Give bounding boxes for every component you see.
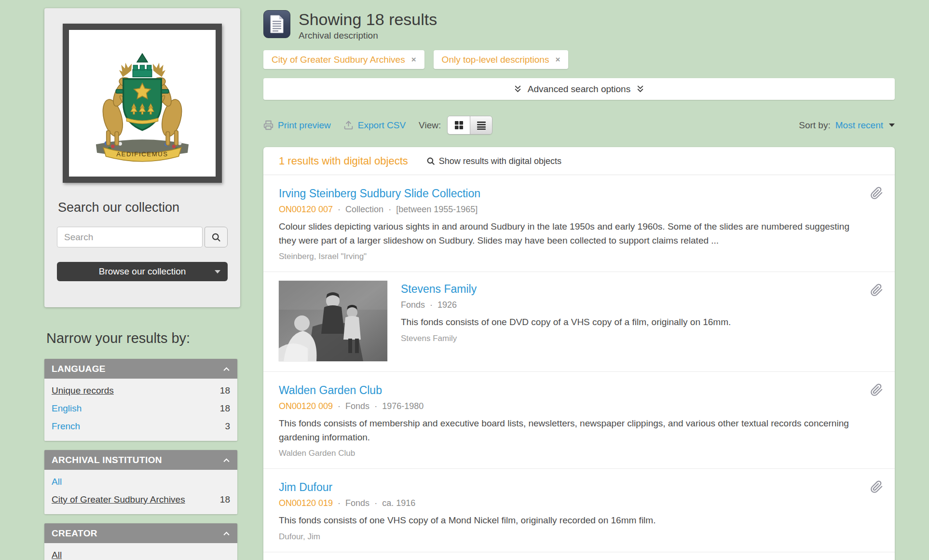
result-item-denis-landry: Denis Landry ON00120 008Fonds194- - 2001… — [263, 552, 895, 560]
facet-count: 18 — [220, 494, 230, 505]
filter-tag-label: City of Greater Sudbury Archives — [272, 55, 405, 65]
level-of-description: Fonds — [401, 300, 425, 310]
archival-description-icon — [263, 10, 290, 38]
digital-objects-header: 1 results with digital objects Show resu… — [263, 147, 895, 175]
search-icon — [426, 157, 435, 165]
result-creator: Steinberg, Israel "Irving" — [279, 252, 851, 261]
remove-filter-icon[interactable] — [411, 55, 416, 64]
facet-link[interactable]: Unique records — [52, 385, 114, 396]
facet-item-unique-records: Unique records 18 — [52, 382, 230, 399]
facet-item-all-creators: All — [52, 546, 230, 560]
view-toggle-group — [447, 116, 492, 135]
print-preview-link[interactable]: Print preview — [263, 120, 331, 131]
digital-objects-count: 1 results with digital objects — [279, 155, 408, 167]
facet-body: Unique records 18 English 18 French 3 — [44, 379, 237, 441]
facet-link[interactable]: All — [52, 477, 62, 487]
search-icon — [211, 232, 221, 242]
double-chevron-down-icon — [514, 85, 521, 93]
facet-item-french: French 3 — [52, 417, 230, 435]
coat-of-arms-image: AEDIFICEMUS — [74, 35, 211, 172]
result-meta: ON00120 019Fondsca. 1916 — [279, 498, 851, 508]
chevron-up-icon — [223, 367, 230, 371]
narrow-results-heading: Narrow your results by: — [46, 330, 240, 346]
facet-link[interactable]: French — [52, 421, 80, 432]
facet-count: 3 — [225, 421, 230, 432]
result-date: [between 1955-1965] — [383, 205, 478, 214]
result-description: This fonds consists of membership and ex… — [279, 417, 851, 444]
result-item-walden-garden-club: Walden Garden Club ON00120 009Fonds1976-… — [263, 371, 895, 468]
facet-item-sudbury-archives: City of Greater Sudbury Archives 18 — [52, 491, 230, 508]
remove-filter-icon[interactable] — [555, 55, 560, 64]
facet-archival-institution-header[interactable]: ARCHIVAL INSTITUTION — [44, 450, 237, 470]
printer-icon — [263, 120, 273, 130]
facet-link[interactable]: City of Greater Sudbury Archives — [52, 494, 185, 505]
advanced-search-toggle[interactable]: Advanced search options — [263, 78, 895, 100]
filter-tag-institution: City of Greater Sudbury Archives — [263, 50, 424, 69]
page-subtitle: Archival description — [299, 30, 437, 41]
facet-archival-institution: ARCHIVAL INSTITUTION All City of Greater… — [44, 450, 237, 514]
result-meta: ON00120 007Collection[between 1955-1965] — [279, 205, 851, 215]
result-description: This fonds consists of one VHS copy of a… — [279, 514, 851, 528]
result-meta: Fonds1926 — [401, 300, 851, 310]
facet-language-header[interactable]: LANGUAGE — [44, 359, 237, 379]
browse-collection-label: Browse our collection — [99, 266, 186, 276]
paperclip-icon — [870, 480, 883, 493]
result-title-link[interactable]: Irving Steinberg Sudbury Slide Collectio… — [279, 187, 480, 200]
page-title: Showing 18 results — [299, 10, 437, 29]
print-preview-label: Print preview — [278, 120, 331, 131]
coat-of-arms-frame: AEDIFICEMUS — [63, 24, 222, 183]
search-row — [57, 227, 228, 247]
reference-code: ON00120 019 — [279, 498, 333, 508]
document-icon — [269, 14, 285, 34]
facet-count: 18 — [220, 403, 230, 414]
result-item-irving-steinberg: Irving Steinberg Sudbury Slide Collectio… — [263, 175, 895, 272]
grid-view-icon — [454, 121, 464, 130]
result-description: Colour slides depicting various sights i… — [279, 220, 851, 247]
facet-item-all-institutions: All — [52, 473, 230, 491]
sort-value-dropdown[interactable]: Most recent — [835, 120, 883, 131]
level-of-description: Collection — [333, 205, 383, 214]
facet-count: 18 — [220, 385, 230, 396]
sidebar: AEDIFICEMUS Search our collection Browse… — [44, 8, 240, 560]
result-title-link[interactable]: Walden Garden Club — [279, 384, 382, 397]
paperclip-icon — [870, 383, 883, 396]
double-chevron-down-icon — [637, 85, 644, 93]
result-date: 1976-1980 — [369, 401, 424, 411]
facet-title: LANGUAGE — [52, 364, 106, 374]
search-collection-heading: Search our collection — [57, 200, 228, 215]
facet-link[interactable]: English — [52, 403, 82, 414]
results-panel: 1 results with digital objects Show resu… — [263, 147, 895, 560]
list-view-icon — [477, 121, 486, 130]
paperclip-icon — [870, 284, 883, 297]
export-csv-link[interactable]: Export CSV — [343, 120, 406, 131]
sort-area: Sort by: Most recent — [799, 120, 895, 131]
chevron-up-icon — [223, 531, 230, 536]
reference-code: ON00120 007 — [279, 205, 333, 214]
result-thumbnail[interactable] — [279, 281, 387, 361]
export-icon — [343, 120, 354, 130]
result-item-jim-dufour: Jim Dufour ON00120 019Fondsca. 1916 This… — [263, 468, 895, 552]
result-title-link[interactable]: Jim Dufour — [279, 481, 332, 494]
page: AEDIFICEMUS Search our collection Browse… — [0, 0, 929, 560]
sort-by-label: Sort by: — [799, 120, 830, 131]
card-view-button[interactable] — [448, 116, 470, 134]
facet-body: All Chelmsford Women's Institute 1 — [44, 543, 237, 560]
result-content: Stevens Family Fonds1926 This fonds cons… — [401, 281, 851, 361]
reference-code: ON00120 009 — [279, 401, 333, 411]
facet-title: CREATOR — [52, 528, 97, 539]
results-header: Showing 18 results Archival description — [263, 10, 895, 41]
result-creator: Dufour, Jim — [279, 532, 851, 542]
level-of-description: Fonds — [333, 401, 369, 411]
list-view-button[interactable] — [470, 116, 492, 134]
search-submit-button[interactable] — [205, 227, 228, 247]
caret-down-icon[interactable] — [889, 123, 895, 127]
browse-collection-button[interactable]: Browse our collection — [57, 262, 228, 281]
facet-link[interactable]: All — [52, 550, 62, 560]
view-label: View: — [419, 120, 441, 131]
show-digital-objects-link[interactable]: Show results with digital objects — [426, 156, 561, 166]
search-input[interactable] — [57, 227, 203, 247]
caret-down-icon — [215, 270, 220, 273]
result-title-link[interactable]: Stevens Family — [401, 283, 477, 296]
motto-text: AEDIFICEMUS — [116, 150, 168, 158]
facet-creator-header[interactable]: CREATOR — [44, 523, 237, 543]
